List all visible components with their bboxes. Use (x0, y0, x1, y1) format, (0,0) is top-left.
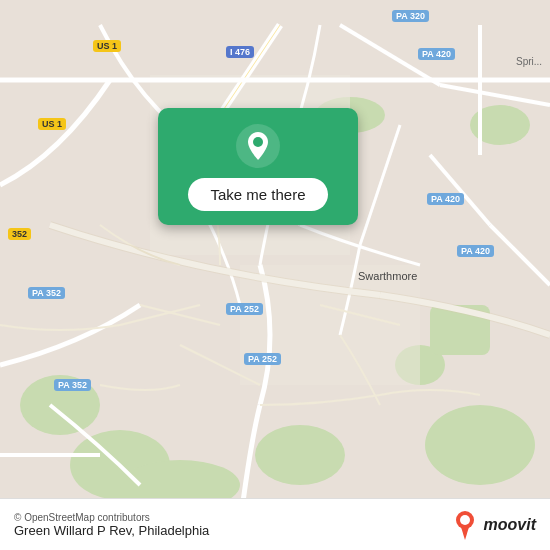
svg-marker-27 (461, 527, 469, 540)
shield-pa420-bot: PA 420 (457, 245, 494, 257)
shield-pa352-bot: PA 352 (54, 379, 91, 391)
shield-us1-left: US 1 (38, 118, 66, 130)
shield-pa420-mid: PA 420 (427, 193, 464, 205)
location-card: Take me there (158, 108, 358, 225)
moovit-logo: moovit (450, 510, 536, 540)
bottom-bar: © OpenStreetMap contributors Green Willa… (0, 498, 550, 550)
svg-text:Swarthmore: Swarthmore (358, 270, 417, 282)
map-svg: Swarthmore Spri... (0, 0, 550, 550)
pin-icon (236, 124, 280, 168)
svg-text:Spri...: Spri... (516, 56, 542, 67)
moovit-text: moovit (484, 516, 536, 534)
svg-point-1 (425, 405, 535, 485)
svg-point-4 (255, 425, 345, 485)
shield-pa252-top: PA 252 (226, 303, 263, 315)
svg-point-26 (460, 515, 470, 525)
shield-pa320: PA 320 (392, 10, 429, 22)
shield-pa252-bot: PA 252 (244, 353, 281, 365)
shield-pa352-mid: PA 352 (28, 287, 65, 299)
shield-352-left: 352 (8, 228, 31, 240)
bottom-info: © OpenStreetMap contributors Green Willa… (14, 512, 209, 538)
location-name: Green Willard P Rev, Philadelphia (14, 523, 209, 538)
shield-pa420-top: PA 420 (418, 48, 455, 60)
copyright-text: © OpenStreetMap contributors (14, 512, 209, 523)
map-container: Swarthmore Spri... US 1 US 1 PA 320 I 47… (0, 0, 550, 550)
moovit-logo-icon (450, 510, 480, 540)
shield-i476: I 476 (226, 46, 254, 58)
shield-us1-top: US 1 (93, 40, 121, 52)
svg-point-24 (253, 137, 263, 147)
take-me-there-button[interactable]: Take me there (188, 178, 327, 211)
